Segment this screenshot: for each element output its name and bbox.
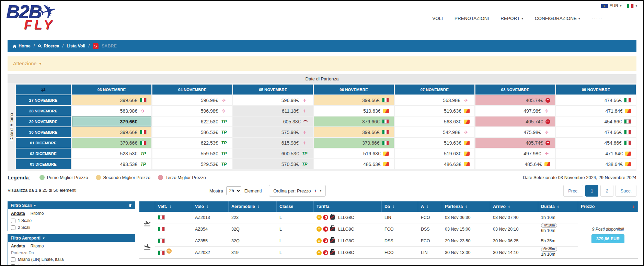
calendar-price-cell[interactable]: 471.64€ — [556, 148, 636, 158]
flights-col-header-prezzo[interactable]: Prezzo▲▼ — [578, 201, 638, 212]
attention-toggle[interactable]: Attenzione ▾ — [8, 56, 636, 71]
fare-rules-icon[interactable]: ≡ — [317, 238, 322, 243]
swap-axes-icon[interactable]: ⇄ — [41, 86, 45, 93]
calendar-price-cell[interactable]: 405.74€ — [475, 138, 555, 148]
nav-item-voli[interactable]: VOLI — [432, 16, 443, 21]
stop-filter-option-checkbox[interactable] — [11, 225, 15, 230]
nav-item-configurazione[interactable]: CONFIGURAZIONE▾ — [535, 16, 580, 21]
stop-filter-option[interactable]: 2 Scali — [8, 224, 135, 231]
no-refund-icon[interactable] — [323, 238, 328, 243]
flights-col-header-vett[interactable]: Vett.▲▼ — [155, 201, 192, 212]
nav-item-prenotazioni[interactable]: PRENOTAZIONI — [455, 16, 489, 21]
sort-icon[interactable]: ▲▼ — [465, 205, 467, 208]
calendar-price-cell[interactable]: 586.53€TP — [152, 127, 232, 137]
calendar-price-cell[interactable]: 399.66€ — [314, 95, 393, 105]
calendar-price-cell[interactable]: 600.53€TP — [233, 148, 313, 158]
nav-item-report[interactable]: REPORT▾ — [501, 16, 523, 21]
trash-icon[interactable] — [128, 203, 132, 208]
calendar-price-cell[interactable]: 596.98€✈ — [233, 95, 313, 105]
calendar-price-cell[interactable]: 486.63€ — [395, 159, 474, 169]
flights-col-header-partenza[interactable]: Partenza▲▼ — [442, 201, 490, 212]
calendar-price-cell[interactable]: 615.98€✈ — [233, 138, 313, 148]
calendar-price-cell[interactable]: 497.98€✈ — [475, 106, 555, 116]
calendar-price-cell[interactable]: 563.98€✈ — [395, 95, 474, 105]
fare-rules-icon[interactable]: ≡ — [317, 226, 322, 232]
currency-dropdown[interactable]: € EUR ▾ — [601, 3, 622, 8]
pagination-page-2-button[interactable]: 2 — [600, 185, 613, 197]
calendar-price-cell[interactable]: 523.53€TP — [72, 148, 151, 158]
calendar-price-cell[interactable]: 493.53€TP — [72, 159, 151, 169]
calendar-price-cell[interactable]: 519.63€ — [395, 106, 474, 116]
calendar-price-cell[interactable]: 379.66€ — [72, 117, 151, 126]
fare-rules-icon[interactable]: ≡ — [317, 215, 322, 220]
sort-icon[interactable]: ▲▼ — [508, 205, 510, 208]
b2bfly-logo[interactable]: B2B✈ FLY — [6, 1, 95, 36]
pagination-next-button[interactable]: Succ. — [616, 185, 636, 197]
airport-filter-option-checkbox[interactable] — [11, 264, 15, 266]
language-dropdown[interactable]: ▾ — [627, 4, 637, 8]
calendar-price-cell[interactable]: 379.66€ — [314, 117, 393, 126]
no-baggage-icon[interactable] — [330, 215, 335, 220]
breadcrumb-home[interactable]: Home — [12, 44, 31, 48]
no-baggage-icon[interactable] — [330, 239, 335, 243]
no-baggage-icon[interactable] — [330, 251, 335, 255]
fare-rules-icon[interactable]: ≡ — [317, 250, 322, 255]
calendar-price-cell[interactable]: 596.98€✈ — [152, 106, 232, 116]
calendar-price-cell[interactable]: 454.66€ — [556, 117, 636, 126]
calendar-price-cell[interactable]: 379.66€ — [314, 138, 393, 148]
no-refund-icon[interactable] — [323, 250, 328, 255]
sort-by-dropdown[interactable]: Ordina per: Prezzo ▲▼ ▾ — [269, 185, 326, 197]
nav-item-placeholder[interactable]: ····· — [592, 16, 603, 21]
calendar-price-cell[interactable]: 519.63€ — [314, 106, 393, 116]
pagination-prev-button[interactable]: Prec. — [563, 185, 583, 197]
airport-filter-option-checkbox[interactable] — [11, 257, 15, 262]
calendar-price-cell[interactable]: 596.98€✈ — [152, 95, 232, 105]
calendar-price-cell[interactable]: 611.18€✈ — [233, 106, 313, 116]
calendar-price-cell[interactable]: 542.98€✈ — [395, 127, 474, 137]
airport-filter-option[interactable]: Milano (MXP) Malpensa, Italia — [8, 263, 135, 266]
no-refund-icon[interactable] — [323, 215, 328, 220]
sort-icon[interactable]: ▲▼ — [169, 205, 171, 208]
calendar-price-cell[interactable]: 399.66€ — [72, 95, 151, 105]
calendar-price-cell[interactable]: 559.53€TP — [152, 148, 232, 158]
flights-col-header-a[interactable]: A▲▼ — [418, 201, 442, 212]
calendar-price-cell[interactable]: 475.98€✈ — [475, 127, 555, 137]
calendar-price-cell[interactable]: 575.98€✈ — [233, 127, 313, 137]
calendar-price-cell[interactable]: 605.38€ — [233, 117, 313, 126]
select-price-button[interactable]: 379,66 EUR — [591, 234, 624, 243]
calendar-price-cell[interactable]: 405.74€ — [475, 95, 555, 105]
stops-filter-header[interactable]: Filtro Scali ▾ — [8, 202, 135, 209]
calendar-price-cell[interactable]: 563.63€ — [395, 117, 474, 126]
tab-andata[interactable]: Andata — [11, 244, 25, 248]
flights-col-header-da[interactable]: Da▲▼ — [382, 201, 418, 212]
calendar-price-cell[interactable]: 474.66€ — [556, 127, 636, 137]
calendar-swap-corner[interactable]: ⇄ — [16, 85, 71, 95]
calendar-price-cell[interactable]: 563.98€✈ — [72, 106, 151, 116]
pagination-page-1-button[interactable]: 1 — [585, 185, 598, 197]
breadcrumb-ricerca[interactable]: Ricerca — [38, 44, 59, 48]
calendar-price-cell[interactable]: 379.66€ — [72, 138, 151, 148]
sort-icon[interactable]: ▲▼ — [392, 205, 394, 208]
calendar-price-cell[interactable]: 519.63€ — [395, 138, 474, 148]
sort-icon[interactable]: ▲▼ — [257, 205, 260, 208]
stop-filter-option[interactable]: 1 Scalo — [8, 217, 135, 224]
calendar-price-cell[interactable]: 399.66€ — [72, 127, 151, 137]
calendar-price-cell[interactable]: 622.53€TP — [152, 117, 232, 126]
tab-ritorno[interactable]: Ritorno — [31, 244, 44, 248]
sort-icon[interactable]: ▲▼ — [633, 205, 635, 208]
calendar-price-cell[interactable]: 519.63€ — [314, 148, 393, 158]
calendar-price-cell[interactable]: 622.53€TP — [152, 138, 232, 148]
flights-col-header-arrivo[interactable]: Arrivo▲▼ — [490, 201, 538, 212]
no-refund-icon[interactable] — [323, 226, 328, 232]
no-baggage-icon[interactable] — [330, 227, 335, 231]
calendar-price-cell[interactable]: 497.98€✈ — [475, 148, 555, 158]
airports-filter-header[interactable]: Filtro Aeroporti ▾ — [8, 234, 135, 242]
sort-icon[interactable]: ▲▼ — [206, 205, 208, 208]
page-size-select[interactable]: 25 — [226, 186, 241, 195]
calendar-price-cell[interactable]: 570.53€TP — [233, 159, 313, 169]
stop-filter-option-checkbox[interactable] — [11, 219, 15, 223]
calendar-price-cell[interactable]: 486.63€ — [314, 159, 393, 169]
calendar-price-cell[interactable]: 529.53€TP — [152, 159, 232, 169]
flights-col-header-aeromobile[interactable]: Aeromobile▲▼ — [229, 201, 277, 212]
calendar-price-cell[interactable]: 399.66€ — [314, 127, 393, 137]
